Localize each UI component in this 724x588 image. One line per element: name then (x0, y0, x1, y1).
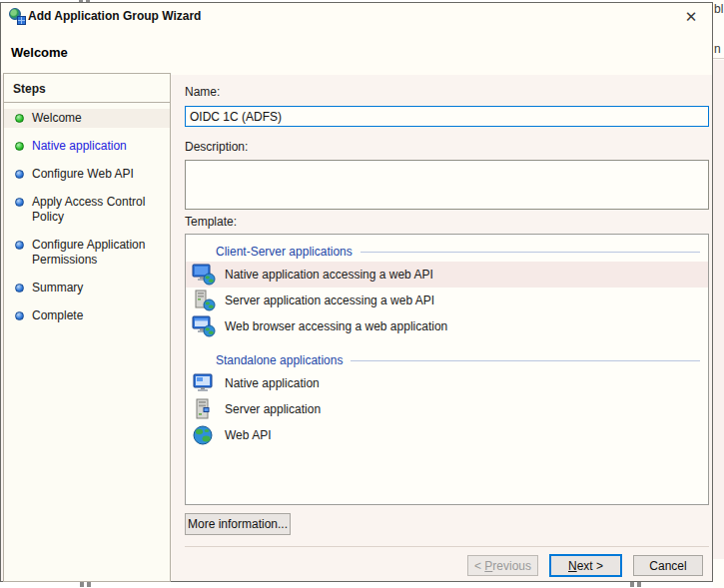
step-native-application: Native application (4, 137, 170, 156)
template-native-app-accessing-web-api[interactable]: Native application accessing a web API (186, 262, 708, 288)
green-dot-icon (15, 114, 24, 123)
background-panel (713, 60, 724, 559)
monitor-globe-icon (192, 264, 216, 286)
steps-panel: Steps Welcome Native application Configu… (3, 73, 171, 582)
step-configure-application-permissions: Configure Application Permissions (4, 236, 170, 270)
description-input[interactable] (185, 160, 709, 210)
close-icon[interactable]: ✕ (678, 5, 704, 29)
background-text-fragment: bl (714, 2, 723, 16)
application-group-icon (9, 8, 26, 25)
heading-rule (361, 252, 700, 253)
page-title: Welcome (11, 45, 68, 60)
wizard-header: Welcome (1, 29, 712, 75)
blue-dot-icon (15, 311, 24, 320)
template-server-app-accessing-web-api[interactable]: Server application accessing a web API (186, 288, 708, 313)
template-web-browser-accessing-web-application[interactable]: Web browser accessing a web application (186, 313, 708, 339)
background-window-artifact (80, 582, 84, 587)
background-window-artifact (630, 582, 634, 587)
next-button[interactable]: Next > (549, 554, 622, 577)
more-information-button[interactable]: More information... (185, 513, 291, 535)
description-label: Description: (185, 140, 248, 154)
background-text-fragment: n (714, 42, 721, 56)
window-title: Add Application Group Wizard (28, 9, 201, 23)
step-configure-web-api: Configure Web API (4, 165, 170, 184)
heading-rule (351, 360, 700, 361)
title-bar: Add Application Group Wizard ✕ (1, 3, 712, 29)
step-apply-access-control-policy: Apply Access Control Policy (4, 193, 170, 227)
template-native-application[interactable]: Native application (186, 370, 708, 396)
background-window-artifact (637, 582, 641, 587)
steps-list: Welcome Native application Configure Web… (4, 103, 170, 325)
name-label: Name: (185, 85, 220, 99)
background-divider (713, 58, 724, 59)
step-complete: Complete (4, 306, 170, 325)
blue-dot-icon (15, 198, 24, 207)
monitor-icon (192, 372, 216, 394)
server-globe-icon (192, 290, 216, 311)
green-dot-icon (15, 142, 24, 151)
template-server-application[interactable]: Server application (186, 396, 708, 422)
footer-divider (185, 546, 709, 547)
blue-dot-icon (15, 170, 24, 179)
blue-dot-icon (15, 241, 24, 250)
blue-dot-icon (15, 284, 24, 293)
server-icon (192, 398, 216, 420)
globe-icon (192, 424, 216, 446)
window-grid-glyph (17, 16, 26, 25)
screen: bl n Add Application Group Wizard ✕ Welc… (0, 0, 724, 588)
template-label: Template: (185, 215, 237, 229)
group-heading-client-server: Client-Server applications (216, 245, 700, 259)
step-welcome: Welcome (4, 109, 170, 128)
background-window: bl n (713, 0, 724, 588)
browser-globe-icon (192, 315, 216, 337)
name-input[interactable] (185, 106, 709, 127)
add-application-group-wizard-dialog: Add Application Group Wizard ✕ Welcome S… (0, 2, 713, 582)
template-web-api[interactable]: Web API (186, 422, 708, 448)
group-heading-standalone: Standalone applications (216, 353, 700, 367)
cancel-button[interactable]: Cancel (633, 555, 703, 576)
previous-button[interactable]: < Previous (467, 555, 538, 576)
steps-panel-title: Steps (4, 74, 170, 103)
background-window-artifact (87, 582, 91, 587)
step-summary: Summary (4, 279, 170, 297)
template-list: Client-Server applications Native applic… (185, 234, 709, 505)
